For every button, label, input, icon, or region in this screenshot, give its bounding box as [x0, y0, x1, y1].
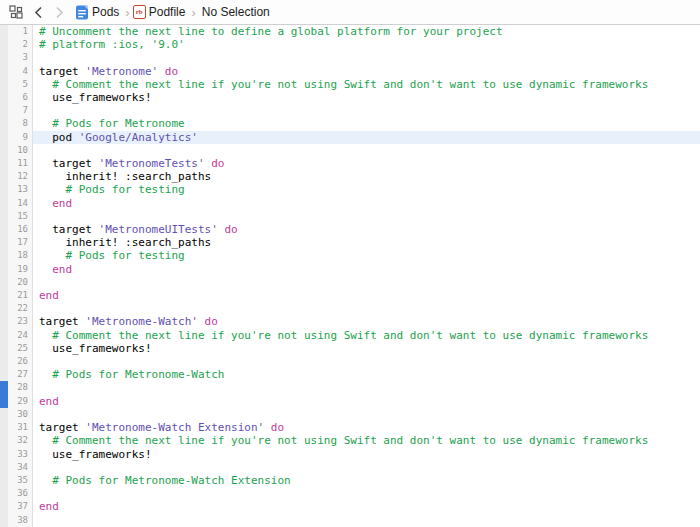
- code-line-text[interactable]: [33, 144, 700, 157]
- line-number[interactable]: 23: [8, 315, 33, 328]
- code-line-text[interactable]: # Pods for Metronome-Watch: [33, 368, 700, 381]
- line-number[interactable]: 5: [8, 78, 33, 91]
- gutter-strip: [0, 249, 8, 262]
- line-number[interactable]: 22: [8, 302, 33, 315]
- code-line-text[interactable]: target 'Metronome-Watch' do: [33, 315, 700, 328]
- code-line: 14 end: [0, 197, 700, 210]
- line-number[interactable]: 12: [8, 170, 33, 183]
- code-line: 10: [0, 144, 700, 157]
- code-line-text[interactable]: [33, 276, 700, 289]
- line-number[interactable]: 14: [8, 197, 33, 210]
- code-line-text[interactable]: # Pods for Metronome-Watch Extension: [33, 474, 700, 487]
- line-number[interactable]: 31: [8, 421, 33, 434]
- line-number[interactable]: 2: [8, 38, 33, 51]
- line-number[interactable]: 24: [8, 329, 33, 342]
- code-token-plain: target: [39, 65, 85, 78]
- code-line-text-selected[interactable]: pod 'Google/Analytics': [33, 131, 700, 144]
- code-line-text[interactable]: inherit! :search_paths: [33, 236, 700, 249]
- code-line-text[interactable]: [33, 487, 700, 500]
- line-number[interactable]: 36: [8, 487, 33, 500]
- line-number[interactable]: 8: [8, 117, 33, 130]
- line-number[interactable]: 1: [8, 25, 33, 38]
- code-line-text[interactable]: use_frameworks!: [33, 448, 700, 461]
- line-number[interactable]: 35: [8, 474, 33, 487]
- code-line-text[interactable]: # platform :ios, '9.0': [33, 38, 700, 51]
- line-number[interactable]: 32: [8, 434, 33, 447]
- breadcrumb-podfile[interactable]: Podfile: [146, 5, 189, 19]
- breadcrumb-no-selection[interactable]: No Selection: [199, 5, 273, 19]
- code-line-text[interactable]: end: [33, 289, 700, 302]
- line-number[interactable]: 13: [8, 183, 33, 196]
- code-line: 6 use_frameworks!: [0, 91, 700, 104]
- line-number[interactable]: 16: [8, 223, 33, 236]
- line-number[interactable]: 29: [8, 395, 33, 408]
- line-number[interactable]: 37: [8, 500, 33, 513]
- code-line-text[interactable]: end: [33, 500, 700, 513]
- code-line-text[interactable]: use_frameworks!: [33, 342, 700, 355]
- code-line-text[interactable]: [33, 210, 700, 223]
- breadcrumb-separator: ›: [188, 5, 198, 20]
- code-line: 4target 'Metronome' do: [0, 65, 700, 78]
- code-line-text[interactable]: # Pods for testing: [33, 183, 700, 196]
- code-line-text[interactable]: inherit! :search_paths: [33, 170, 700, 183]
- code-token-plain: target: [39, 315, 85, 328]
- code-token-keyword: end: [52, 263, 72, 276]
- code-line: 27 # Pods for Metronome-Watch: [0, 368, 700, 381]
- code-line: 12 inherit! :search_paths: [0, 170, 700, 183]
- code-line-text[interactable]: # Pods for testing: [33, 249, 700, 262]
- code-line-text[interactable]: target 'MetronomeTests' do: [33, 157, 700, 170]
- line-number[interactable]: 7: [8, 104, 33, 117]
- line-number[interactable]: 10: [8, 144, 33, 157]
- code-line-text[interactable]: # Comment the next line if you're not us…: [33, 78, 700, 91]
- code-token-keyword: do: [165, 65, 178, 78]
- back-button[interactable]: [33, 6, 44, 19]
- code-line-text[interactable]: [33, 408, 700, 421]
- code-line-text[interactable]: end: [33, 197, 700, 210]
- line-number[interactable]: 11: [8, 157, 33, 170]
- code-line-text[interactable]: [33, 302, 700, 315]
- line-number[interactable]: 25: [8, 342, 33, 355]
- code-line-text[interactable]: [33, 381, 700, 394]
- line-number[interactable]: 27: [8, 368, 33, 381]
- line-number[interactable]: 30: [8, 408, 33, 421]
- related-items-icon[interactable]: [9, 5, 23, 19]
- line-number[interactable]: 18: [8, 249, 33, 262]
- code-line-text[interactable]: end: [33, 395, 700, 408]
- code-line-text[interactable]: [33, 355, 700, 368]
- code-token-string: 'Metronome': [85, 65, 158, 78]
- gutter-strip: [0, 315, 8, 328]
- gutter-strip: [0, 368, 8, 381]
- line-number[interactable]: 28: [8, 381, 33, 394]
- code-line-text[interactable]: target 'Metronome-Watch Extension' do: [33, 421, 700, 434]
- code-line-text[interactable]: end: [33, 263, 700, 276]
- line-number[interactable]: 6: [8, 91, 33, 104]
- change-bar: [0, 381, 8, 394]
- code-line-text[interactable]: [33, 51, 700, 64]
- line-number[interactable]: 4: [8, 65, 33, 78]
- breadcrumb-pods[interactable]: Pods: [89, 5, 122, 19]
- code-line-text[interactable]: # Comment the next line if you're not us…: [33, 434, 700, 447]
- line-number[interactable]: 3: [8, 51, 33, 64]
- line-number[interactable]: 26: [8, 355, 33, 368]
- line-number[interactable]: 17: [8, 236, 33, 249]
- forward-button[interactable]: [54, 6, 65, 19]
- pods-file-icon: [75, 5, 89, 20]
- code-line-text[interactable]: [33, 461, 700, 474]
- line-number[interactable]: 33: [8, 448, 33, 461]
- line-number[interactable]: 20: [8, 276, 33, 289]
- code-line-text[interactable]: [33, 104, 700, 117]
- line-number[interactable]: 9: [8, 131, 33, 144]
- code-line-text[interactable]: target 'Metronome' do: [33, 65, 700, 78]
- line-number[interactable]: 21: [8, 289, 33, 302]
- line-number[interactable]: 34: [8, 461, 33, 474]
- code-line-text[interactable]: use_frameworks!: [33, 91, 700, 104]
- code-line-text[interactable]: # Comment the next line if you're not us…: [33, 329, 700, 342]
- line-number[interactable]: 38: [8, 514, 33, 527]
- code-line-text[interactable]: [33, 514, 700, 527]
- code-line-text[interactable]: target 'MetronomeUITests' do: [33, 223, 700, 236]
- code-line-text[interactable]: # Uncomment the next line to define a gl…: [33, 25, 700, 38]
- line-number[interactable]: 15: [8, 210, 33, 223]
- gutter-strip: [0, 117, 8, 130]
- line-number[interactable]: 19: [8, 263, 33, 276]
- code-line-text[interactable]: # Pods for Metronome: [33, 117, 700, 130]
